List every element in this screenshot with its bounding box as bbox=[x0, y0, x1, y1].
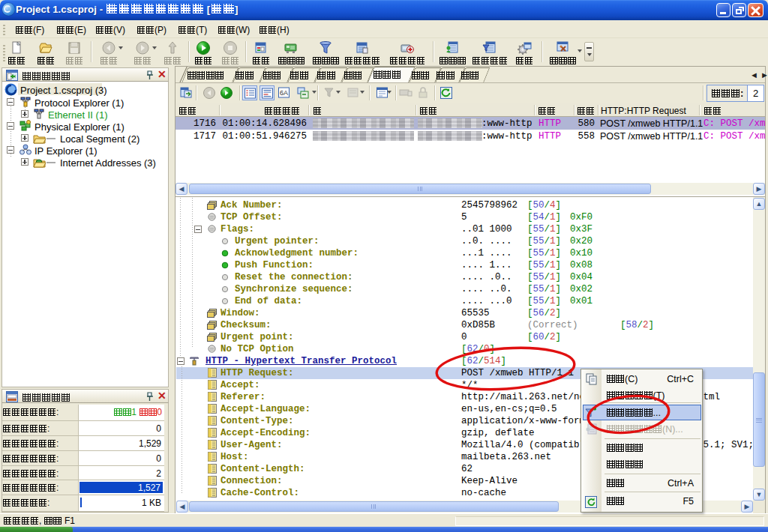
svg-text:6A: 6A bbox=[280, 89, 288, 97]
